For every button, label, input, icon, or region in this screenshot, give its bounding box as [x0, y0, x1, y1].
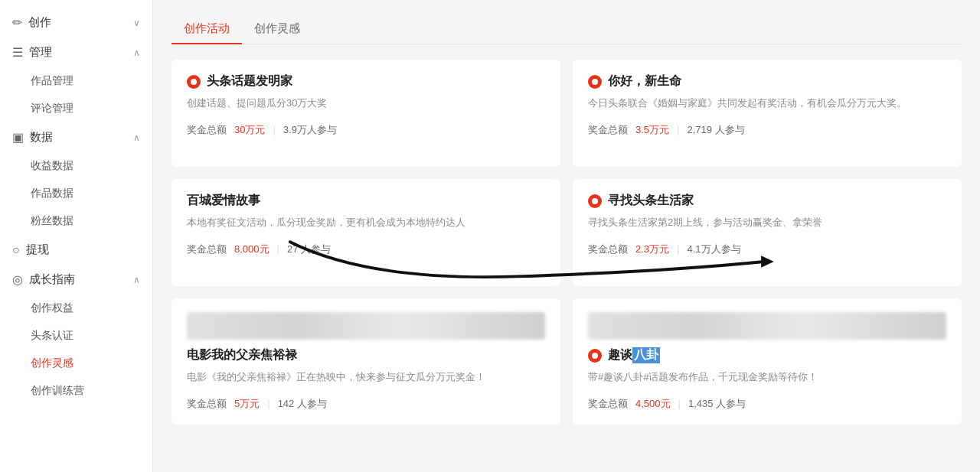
- card6-desc: 带#趣谈八卦#话题发布作品，千元现金奖励等待你！: [588, 369, 946, 385]
- sidebar-item-management[interactable]: ☰ 管理 ∧: [0, 37, 152, 67]
- card3-title: 百城爱情故事: [187, 193, 545, 209]
- arrow-creation: ∨: [133, 18, 140, 28]
- tab-bar: 创作活动 创作灵感: [172, 15, 962, 44]
- card2-desc: 今日头条联合《婚姻与家庭》共同发起有奖活动，有机会瓜分万元大奖。: [588, 96, 946, 111]
- sidebar-label-creation: 创作: [28, 15, 51, 30]
- edit-icon: ✏: [12, 15, 22, 30]
- tab-inspiration[interactable]: 创作灵感: [242, 15, 312, 44]
- card5-image-blur: [187, 312, 545, 340]
- circle-icon: ○: [12, 243, 20, 257]
- sidebar-item-certification[interactable]: 头条认证: [0, 322, 152, 350]
- fire-icon-1: [187, 75, 201, 89]
- card1-participants: 3.9万人参与: [283, 123, 337, 137]
- card4-meta: 奖金总额 2.3万元 | 4.1万人参与: [588, 243, 946, 256]
- sidebar-item-creation[interactable]: ✏ 创作 ∨: [0, 8, 152, 37]
- card-lifestyle[interactable]: 寻找头条生活家 寻找头条生活家第2期上线，参与活动赢奖金、拿荣誉 奖金总额 2.…: [573, 179, 962, 286]
- fire-icon-4: [588, 194, 602, 208]
- fire-icon-2: [588, 75, 602, 89]
- card-new-life[interactable]: 你好，新生命 今日头条联合《婚姻与家庭》共同发起有奖活动，有机会瓜分万元大奖。 …: [573, 60, 962, 167]
- card4-prize: 2.3万元: [635, 243, 669, 256]
- sidebar-item-comments[interactable]: 评论管理: [0, 95, 152, 122]
- card1-prize: 30万元: [234, 123, 265, 137]
- card-topic-inventor[interactable]: 头条话题发明家 创建话题、提问题瓜分30万大奖 奖金总额 30万元 | 3.9万…: [172, 60, 560, 167]
- card4-title: 寻找头条生活家: [588, 193, 946, 209]
- card2-prize: 3.5万元: [635, 123, 669, 137]
- card3-prize: 8,000元: [234, 243, 270, 256]
- card2-title: 你好，新生命: [588, 73, 946, 90]
- sidebar-label-management: 管理: [29, 45, 52, 60]
- main-content: 创作活动 创作灵感 头条话题发明家 创建话题、提问题瓜分30万大奖 奖金总额 3…: [153, 0, 980, 472]
- card2-participants: 2,719 人参与: [687, 123, 744, 137]
- card6-image-blur: [588, 312, 946, 340]
- layers-icon: ☰: [12, 45, 23, 60]
- sidebar-item-growth[interactable]: ◎ 成长指南 ∧: [0, 265, 152, 295]
- arrow-data: ∧: [133, 132, 140, 143]
- sidebar-label-growth: 成长指南: [29, 272, 75, 287]
- card6-title-prefix: 趣谈: [608, 347, 632, 363]
- card6-title: 趣谈八卦: [588, 347, 946, 363]
- cards-grid: 头条话题发明家 创建话题、提问题瓜分30万大奖 奖金总额 30万元 | 3.9万…: [172, 60, 962, 425]
- card4-participants: 4.1万人参与: [687, 243, 740, 256]
- sidebar-item-data[interactable]: ▣ 数据 ∧: [0, 122, 152, 152]
- sidebar-label-data: 数据: [30, 130, 53, 145]
- sidebar-item-camp[interactable]: 创作训练营: [0, 377, 152, 405]
- arrow-growth: ∧: [133, 275, 140, 285]
- card3-desc: 本地有奖征文活动，瓜分现金奖励，更有机会成为本地特约达人: [187, 215, 545, 230]
- card1-title: 头条话题发明家: [187, 73, 545, 90]
- card6-participants: 1,435 人参与: [688, 397, 746, 411]
- card1-meta: 奖金总额 30万元 | 3.9万人参与: [187, 123, 545, 137]
- card6-meta: 奖金总额 4,500元 | 1,435 人参与: [588, 397, 946, 411]
- fire-icon-6: [588, 349, 602, 363]
- card2-meta: 奖金总额 3.5万元 | 2,719 人参与: [588, 123, 946, 137]
- chart-icon: ▣: [12, 130, 24, 145]
- card3-participants: 27 人参与: [287, 243, 331, 256]
- card3-meta: 奖金总额 8,000元 | 27 人参与: [187, 243, 545, 256]
- card-movie[interactable]: 电影我的父亲焦裕禄 电影《我的父亲焦裕禄》正在热映中，快来参与征文瓜分万元奖金！…: [172, 298, 560, 425]
- card5-participants: 142 人参与: [278, 397, 327, 411]
- card4-desc: 寻找头条生活家第2期上线，参与活动赢奖金、拿荣誉: [588, 215, 946, 230]
- sidebar-item-works-data[interactable]: 作品数据: [0, 180, 152, 207]
- card-gossip[interactable]: 趣谈八卦 带#趣谈八卦#话题发布作品，千元现金奖励等待你！ 奖金总额 4,500…: [573, 298, 962, 425]
- sidebar-label-withdrawal: 提现: [26, 243, 49, 257]
- sidebar-item-withdrawal[interactable]: ○ 提现: [0, 235, 152, 265]
- sidebar: ✏ 创作 ∨ ☰ 管理 ∧ 作品管理 评论管理 ▣ 数据 ∧ 收益数据 作品数据…: [0, 0, 153, 472]
- sidebar-item-inspiration[interactable]: 创作灵感: [0, 350, 152, 377]
- tab-activities[interactable]: 创作活动: [172, 15, 242, 44]
- card5-meta: 奖金总额 5万元 | 142 人参与: [187, 397, 545, 411]
- sidebar-item-works[interactable]: 作品管理: [0, 67, 152, 95]
- card5-prize: 5万元: [234, 397, 260, 411]
- sidebar-item-rights[interactable]: 创作权益: [0, 295, 152, 322]
- card5-desc: 电影《我的父亲焦裕禄》正在热映中，快来参与征文瓜分万元奖金！: [187, 369, 545, 385]
- card5-title: 电影我的父亲焦裕禄: [187, 347, 545, 363]
- card6-title-highlight: 八卦: [632, 347, 660, 363]
- card1-desc: 创建话题、提问题瓜分30万大奖: [187, 96, 545, 111]
- card-love-story[interactable]: 百城爱情故事 本地有奖征文活动，瓜分现金奖励，更有机会成为本地特约达人 奖金总额…: [172, 179, 560, 286]
- sidebar-item-income[interactable]: 收益数据: [0, 152, 152, 180]
- sidebar-item-fans[interactable]: 粉丝数据: [0, 207, 152, 235]
- arrow-management: ∧: [133, 47, 140, 58]
- growth-icon: ◎: [12, 272, 23, 287]
- card6-prize: 4,500元: [635, 397, 671, 411]
